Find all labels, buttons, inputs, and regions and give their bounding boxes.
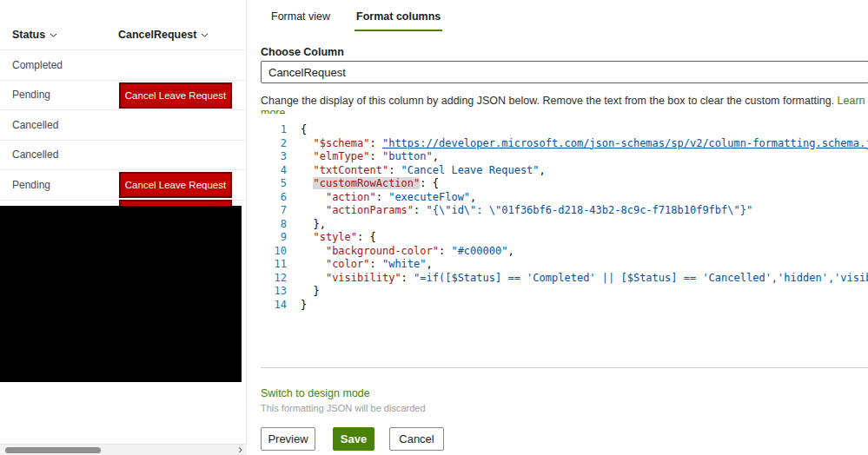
choose-column-label: Choose Column — [261, 46, 344, 58]
list-row: Cancelled — [0, 110, 246, 141]
line-number: 2 — [261, 137, 287, 151]
code-gutter: 1234567891011121314 — [261, 123, 287, 312]
list-rows: CompletedPendingCancel Leave RequestCanc… — [0, 50, 246, 201]
save-button[interactable]: Save — [333, 427, 374, 451]
code-line: } — [301, 299, 866, 313]
format-tabs: Format view Format columns — [269, 5, 442, 31]
line-number: 14 — [261, 299, 287, 313]
status-cell: Pending — [12, 89, 50, 101]
line-number: 7 — [261, 204, 287, 218]
switch-design-mode-link[interactable]: Switch to design mode — [261, 387, 370, 399]
list-row: Completed — [0, 50, 246, 81]
line-number: 9 — [261, 231, 287, 245]
tab-format-view[interactable]: Format view — [269, 5, 332, 31]
chevron-down-icon — [201, 33, 209, 37]
line-number: 5 — [261, 177, 287, 191]
status-cell: Completed — [12, 59, 63, 71]
code-line: } — [301, 285, 866, 299]
column-header-cancelrequest[interactable]: CancelRequest — [118, 29, 209, 41]
status-cell: Cancelled — [12, 119, 58, 131]
tab-format-columns[interactable]: Format columns — [354, 5, 442, 31]
list-header-row: Status CancelRequest — [0, 22, 246, 50]
json-code-editor[interactable]: 1234567891011121314 { "$schema": "https:… — [261, 114, 868, 368]
code-line: "visibility": "=if([$Status] == 'Complet… — [301, 272, 866, 286]
choose-column-input[interactable] — [261, 61, 868, 83]
cancel-leave-request-button[interactable]: Cancel Leave Request — [119, 172, 232, 198]
format-description-text: Change the display of this column by add… — [261, 95, 838, 107]
column-formatting-screen: Status CancelRequest CompletedPendingCan… — [0, 0, 868, 455]
code-line: "action": "executeFlow", — [301, 191, 866, 205]
column-header-status-label: Status — [12, 29, 45, 41]
scrollbar-thumb[interactable] — [5, 447, 101, 453]
chevron-down-icon — [50, 33, 57, 37]
status-cell: Pending — [12, 179, 50, 191]
code-line: "customRowAction": { — [301, 177, 866, 191]
code-line: "elmType": "button", — [301, 150, 866, 164]
code-line: "color": "white", — [301, 258, 866, 272]
list-row: PendingCancel Leave Request — [0, 81, 246, 111]
line-number: 12 — [261, 272, 287, 286]
line-number: 11 — [261, 258, 287, 272]
line-number: 3 — [261, 150, 287, 164]
list-row: Cancelled — [0, 141, 246, 171]
list-preview-pane: Status CancelRequest CompletedPendingCan… — [0, 0, 247, 455]
line-number: 4 — [261, 164, 287, 178]
code-line: "$schema": "https://developer.microsoft.… — [301, 137, 866, 151]
code-line: "txtContent": "Cancel Leave Request", — [301, 164, 866, 178]
line-number: 13 — [261, 285, 287, 299]
column-header-status[interactable]: Status — [12, 29, 57, 41]
scroll-right-arrow-icon[interactable]: › — [238, 441, 242, 455]
column-header-cancelrequest-label: CancelRequest — [118, 29, 196, 41]
cancel-leave-request-button[interactable]: Cancel Leave Request — [119, 82, 232, 109]
status-cell: Cancelled — [12, 148, 58, 161]
line-number: 8 — [261, 218, 287, 232]
preview-button[interactable]: Preview — [261, 427, 315, 451]
line-number: 1 — [261, 123, 287, 137]
redacted-area — [0, 206, 242, 382]
list-row: PendingCancel Leave Request — [0, 170, 246, 201]
code-line: "actionParams": "{\"id\": \"01f36bf6-d21… — [301, 204, 866, 218]
code-line: }, — [301, 218, 866, 232]
code-line: "background-color": "#c00000", — [301, 245, 866, 259]
code-line: "style": { — [301, 231, 866, 245]
line-number: 10 — [261, 245, 287, 259]
discard-note: This formatting JSON will be discarded — [261, 403, 426, 413]
code-lines: { "$schema": "https://developer.microsof… — [301, 123, 866, 312]
format-column-panel: Format view Format columns Choose Column… — [261, 0, 868, 455]
horizontal-scrollbar[interactable]: › — [0, 444, 246, 455]
cancel-button[interactable]: Cancel — [389, 427, 444, 451]
code-line: { — [301, 123, 866, 137]
line-number: 6 — [261, 191, 287, 205]
